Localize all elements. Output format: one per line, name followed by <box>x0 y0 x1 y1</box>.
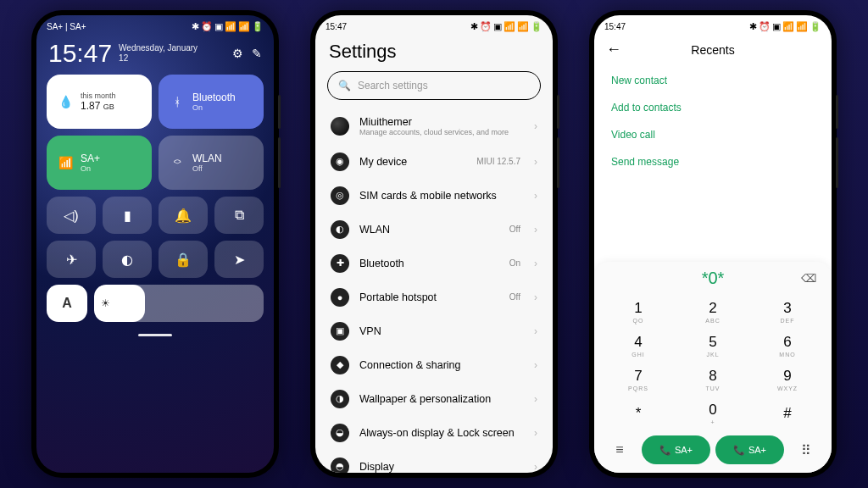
account-name: Miuithemer <box>359 116 524 128</box>
settings-row[interactable]: ◑Wallpaper & personalization› <box>319 382 549 416</box>
auto-brightness-button[interactable]: A <box>47 285 87 322</box>
bluetooth-tile[interactable]: ᚼ Bluetooth On <box>159 75 264 129</box>
status-bar: 15:47 ✱ ⏰ ▣ 📶 📶 🔋 <box>594 15 832 36</box>
key-2[interactable]: 2ABC <box>676 295 750 329</box>
account-sub: Manage accounts, cloud services, and mor… <box>359 128 524 137</box>
settings-row[interactable]: ◓Display› <box>319 450 549 473</box>
contacts-icon[interactable]: ≡ <box>603 435 637 464</box>
row-icon: ◐ <box>331 220 349 239</box>
row-icon: ◓ <box>331 458 349 473</box>
search-placeholder: Search settings <box>358 80 428 92</box>
backspace-icon[interactable]: ⌫ <box>801 272 816 285</box>
chevron-right-icon: › <box>534 325 537 337</box>
dnd-toggle[interactable]: 🔔 <box>159 197 208 234</box>
row-icon: ● <box>331 288 349 307</box>
key-1[interactable]: 1QO <box>601 295 676 329</box>
key-*[interactable]: * <box>601 396 676 430</box>
settings-row[interactable]: ✚BluetoothOn› <box>319 247 549 280</box>
phone-control-center: SA+ | SA+ ✱ ⏰ ▣ 📶 📶 🔋 15:47 Wednesday, J… <box>31 10 279 478</box>
signal-icon: 📶 <box>57 154 74 171</box>
row-label: Wallpaper & personalization <box>359 393 524 405</box>
row-label: Portable hotspot <box>359 291 499 303</box>
screenshot-toggle[interactable]: ⧉ <box>214 197 264 234</box>
row-value: MIUI 12.5.7 <box>476 157 520 166</box>
menu-item[interactable]: Add to contacts <box>594 94 832 121</box>
context-menu: New contactAdd to contactsVideo callSend… <box>594 64 832 179</box>
row-label: WLAN <box>359 224 499 236</box>
row-label: Connection & sharing <box>359 359 524 371</box>
row-icon: ◉ <box>331 152 349 171</box>
sim-tile[interactable]: 📶 SA+ On <box>47 136 152 190</box>
settings-row[interactable]: ◎SIM cards & mobile networks› <box>319 179 549 213</box>
drag-handle[interactable] <box>138 334 172 336</box>
row-label: SIM cards & mobile networks <box>359 190 524 202</box>
darkmode-toggle[interactable]: ◐ <box>103 241 152 278</box>
key-4[interactable]: 4GHI <box>601 329 676 363</box>
back-icon[interactable]: ← <box>606 41 621 58</box>
chevron-right-icon: › <box>534 120 537 132</box>
data-usage-tile[interactable]: 💧 this month 1.87 GB <box>47 75 152 129</box>
chevron-right-icon: › <box>534 427 537 439</box>
settings-row[interactable]: ◒Always-on display & Lock screen› <box>319 416 549 450</box>
dial-pad: *0* ⌫ 1QO2ABC3DEF4GHI5JKL6MNO7PQRS8TUV9W… <box>594 262 832 473</box>
row-label: VPN <box>359 325 524 337</box>
chevron-right-icon: › <box>534 258 537 269</box>
chevron-right-icon: › <box>534 393 537 405</box>
key-8[interactable]: 8TUV <box>676 363 750 396</box>
mute-toggle[interactable]: ◁) <box>47 197 96 234</box>
key-9[interactable]: 9WXYZ <box>750 363 825 396</box>
chevron-right-icon: › <box>534 291 537 303</box>
call-sim2-button[interactable]: 📞SA+ <box>715 435 784 464</box>
location-toggle[interactable]: ➤ <box>214 241 264 278</box>
row-label: My device <box>359 156 466 168</box>
settings-row[interactable]: ●Portable hotspotOff› <box>319 280 549 314</box>
chevron-right-icon: › <box>534 224 537 236</box>
call-sim1-button[interactable]: 📞SA+ <box>642 435 710 464</box>
menu-item[interactable]: Video call <box>594 121 832 148</box>
row-icon: ◒ <box>331 424 349 442</box>
key-3[interactable]: 3DEF <box>750 295 825 329</box>
row-value: Off <box>509 292 520 302</box>
clock-widget: 15:47 Wednesday, January 12 ⚙ ✎ <box>36 36 274 75</box>
settings-icon[interactable]: ⚙ <box>232 47 243 60</box>
account-row[interactable]: Miuithemer Manage accounts, cloud servic… <box>319 108 549 145</box>
airplane-toggle[interactable]: ✈ <box>47 241 96 278</box>
settings-list: Miuithemer Manage accounts, cloud servic… <box>315 108 553 473</box>
menu-item[interactable]: New contact <box>594 67 832 94</box>
clock-date: 12 <box>119 53 198 64</box>
key-0[interactable]: 0+ <box>676 396 750 430</box>
lock-toggle[interactable]: 🔒 <box>159 241 208 278</box>
key-#[interactable]: # <box>750 396 825 430</box>
status-time: 15:47 <box>326 22 347 31</box>
dialpad-icon[interactable]: ⠿ <box>789 435 823 464</box>
menu-item[interactable]: Send message <box>594 148 832 175</box>
row-icon: ▣ <box>331 322 349 341</box>
row-value: On <box>509 258 520 268</box>
settings-row[interactable]: ◐WLANOff› <box>319 213 549 247</box>
key-7[interactable]: 7PQRS <box>601 363 676 396</box>
row-icon: ✚ <box>331 254 349 273</box>
wlan-tile[interactable]: ⌔ WLAN Off <box>159 136 264 190</box>
key-6[interactable]: 6MNO <box>750 329 825 363</box>
droplet-icon: 💧 <box>57 93 74 110</box>
status-carrier: SA+ | SA+ <box>47 22 86 31</box>
settings-row[interactable]: ◆Connection & sharing› <box>319 348 549 382</box>
phone-settings: 15:47 ✱ ⏰ ▣ 📶 📶 🔋 Settings 🔍 Search sett… <box>310 10 558 478</box>
settings-row[interactable]: ◉My deviceMIUI 12.5.7› <box>319 145 549 179</box>
chevron-right-icon: › <box>534 190 537 202</box>
row-label: Display <box>359 461 524 473</box>
avatar-icon <box>331 117 349 136</box>
edit-icon[interactable]: ✎ <box>252 47 262 60</box>
key-5[interactable]: 5JKL <box>676 329 750 363</box>
status-icons: ✱ ⏰ ▣ 📶 📶 🔋 <box>470 21 542 32</box>
brightness-slider[interactable]: ☀ <box>94 285 264 322</box>
wifi-icon: ⌔ <box>169 154 186 171</box>
phone-icon: 📞 <box>659 445 671 456</box>
settings-row[interactable]: ▣VPN› <box>319 314 549 348</box>
row-icon: ◎ <box>331 186 349 205</box>
status-time: 15:47 <box>604 22 626 31</box>
search-input[interactable]: 🔍 Search settings <box>327 71 541 100</box>
bluetooth-icon: ᚼ <box>169 93 186 110</box>
flashlight-toggle[interactable]: ▮ <box>103 197 152 234</box>
row-label: Always-on display & Lock screen <box>359 427 524 439</box>
